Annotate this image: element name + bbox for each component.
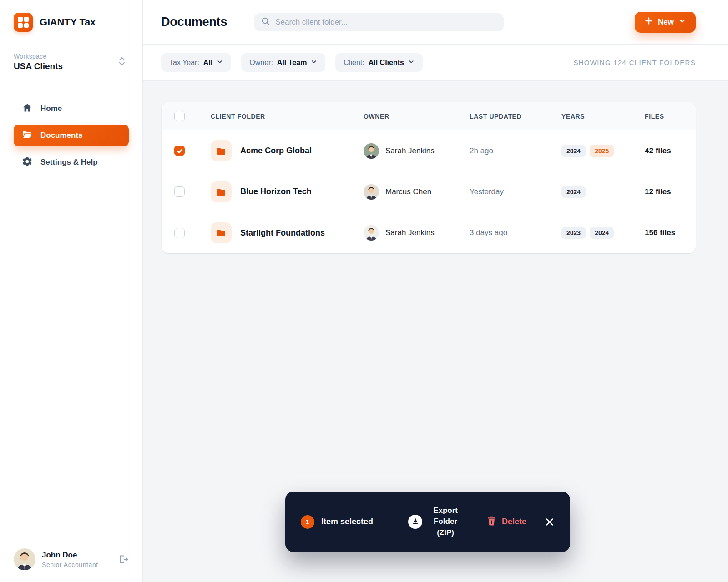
- sidebar-item-label: Documents: [40, 131, 83, 140]
- user-text: John Doe Senior Accountant: [42, 551, 98, 568]
- brand: GIANTY Tax: [14, 13, 129, 32]
- chevron-down-icon: [311, 59, 317, 67]
- main-area: Documents New: [143, 0, 728, 582]
- owner-name: Sarah Jenkins: [385, 228, 435, 237]
- client-cell: Blue Horizon Tech: [211, 181, 364, 202]
- sidebar-item-home[interactable]: Home: [14, 98, 129, 120]
- sidebar: GIANTY Tax Workspace USA Clients Home: [0, 0, 143, 582]
- years-cell: 2023 2024: [561, 227, 645, 239]
- selected-count-badge: 1: [301, 515, 314, 529]
- filter-tax-year[interactable]: Tax Year: All: [161, 53, 231, 72]
- logout-icon[interactable]: [118, 554, 129, 565]
- year-badge: 2024: [590, 227, 614, 239]
- filter-label: Owner:: [249, 59, 273, 67]
- column-header-years: YEARS: [561, 113, 645, 120]
- content-area: CLIENT FOLDER OWNER LAST UPDATED YEARS F…: [143, 81, 728, 582]
- year-badge: 2024: [561, 145, 586, 157]
- year-badge: 2025: [590, 145, 614, 157]
- last-updated: 3 days ago: [470, 228, 561, 237]
- user-name: John Doe: [42, 551, 98, 560]
- files-count: 156 files: [645, 228, 696, 237]
- client-folder-name: Acme Corp Global: [240, 146, 312, 156]
- owner-name: Sarah Jenkins: [385, 146, 435, 156]
- sidebar-item-documents[interactable]: Documents: [14, 125, 129, 146]
- sidebar-nav: Home Documents Settings & Help: [14, 98, 129, 173]
- client-folders-table: CLIENT FOLDER OWNER LAST UPDATED YEARS F…: [162, 102, 696, 253]
- avatar: [14, 548, 35, 570]
- avatar: [364, 225, 379, 241]
- avatar: [364, 184, 379, 200]
- divider: [387, 511, 387, 533]
- page-title: Documents: [161, 15, 227, 29]
- new-button[interactable]: New: [635, 12, 696, 33]
- row-checkbox-cell: [162, 186, 211, 197]
- files-count: 12 files: [645, 187, 696, 196]
- selection-action-bar: 1 Item selected Export Folder (ZIP): [285, 492, 570, 552]
- row-checkbox-cell: [162, 146, 211, 156]
- app-root: GIANTY Tax Workspace USA Clients Home: [0, 0, 728, 582]
- export-folder-label: Export Folder (ZIP): [429, 505, 462, 539]
- chevron-down-icon: [679, 18, 686, 27]
- filter-value: All Clients: [369, 59, 404, 67]
- table-row[interactable]: Blue Horizon Tech: [162, 171, 696, 212]
- search-input[interactable]: [275, 18, 497, 27]
- filter-value: All Team: [277, 59, 307, 67]
- search-icon: [261, 17, 270, 28]
- filter-bar: Tax Year: All Owner: All Team Client: Al…: [143, 45, 728, 81]
- owner-cell: Sarah Jenkins: [364, 225, 470, 241]
- workspace-label: Workspace: [14, 53, 63, 60]
- topbar: Documents New: [143, 0, 728, 45]
- user-card: John Doe Senior Accountant: [14, 538, 129, 570]
- results-count: SHOWING 124 CLIENT FOLDERS: [573, 59, 696, 66]
- row-checkbox[interactable]: [174, 146, 185, 156]
- folder-icon: [211, 140, 232, 161]
- table-row[interactable]: Starlight Foundations: [162, 212, 696, 253]
- folder-icon: [211, 181, 232, 202]
- sidebar-item-label: Settings & Help: [40, 158, 98, 167]
- column-header-files: FILES: [645, 113, 696, 120]
- row-checkbox-cell: [162, 228, 211, 238]
- gear-icon: [22, 156, 33, 169]
- trash-icon: [487, 516, 496, 528]
- owner-cell: Marcus Chen: [364, 184, 470, 200]
- select-all-checkbox[interactable]: [174, 111, 185, 121]
- workspace-text: Workspace USA Clients: [14, 53, 63, 71]
- workspace-chevron-icon: [118, 56, 126, 69]
- export-folder-button[interactable]: Export Folder (ZIP): [408, 505, 462, 539]
- user-role: Senior Accountant: [42, 561, 98, 568]
- workspace-value: USA Clients: [14, 61, 63, 71]
- filter-label: Tax Year:: [169, 59, 199, 67]
- new-button-label: New: [658, 18, 674, 27]
- row-checkbox[interactable]: [174, 228, 185, 238]
- close-icon[interactable]: [545, 517, 555, 527]
- filter-client[interactable]: Client: All Clients: [335, 53, 423, 72]
- delete-label: Delete: [502, 517, 526, 527]
- sidebar-item-settings[interactable]: Settings & Help: [14, 151, 129, 173]
- app-logo-icon: [14, 13, 33, 32]
- home-icon: [22, 102, 33, 115]
- table-header-row: CLIENT FOLDER OWNER LAST UPDATED YEARS F…: [162, 102, 696, 130]
- filter-label: Client:: [344, 59, 364, 67]
- last-updated: Yesterday: [470, 187, 561, 196]
- years-cell: 2024 2025: [561, 145, 645, 157]
- app-name: GIANTY Tax: [40, 16, 96, 28]
- last-updated: 2h ago: [470, 146, 561, 156]
- delete-button[interactable]: Delete: [487, 516, 526, 528]
- year-badge: 2023: [561, 227, 586, 239]
- chevron-down-icon: [217, 59, 223, 67]
- chevron-down-icon: [408, 59, 415, 67]
- column-header-owner: OWNER: [364, 113, 470, 120]
- search-bar: [254, 13, 504, 31]
- filter-owner[interactable]: Owner: All Team: [241, 53, 325, 72]
- sidebar-item-label: Home: [40, 104, 62, 113]
- client-cell: Acme Corp Global: [211, 140, 364, 161]
- year-badge: 2024: [561, 186, 586, 198]
- download-icon: [408, 515, 422, 529]
- selected-count-label: Item selected: [321, 517, 373, 527]
- years-cell: 2024: [561, 186, 645, 198]
- table-row[interactable]: Acme Corp Global: [162, 130, 696, 171]
- workspace-switcher[interactable]: Workspace USA Clients: [14, 53, 129, 71]
- client-folder-name: Blue Horizon Tech: [240, 187, 312, 196]
- column-header-client-folder: CLIENT FOLDER: [211, 113, 364, 120]
- row-checkbox[interactable]: [174, 186, 185, 197]
